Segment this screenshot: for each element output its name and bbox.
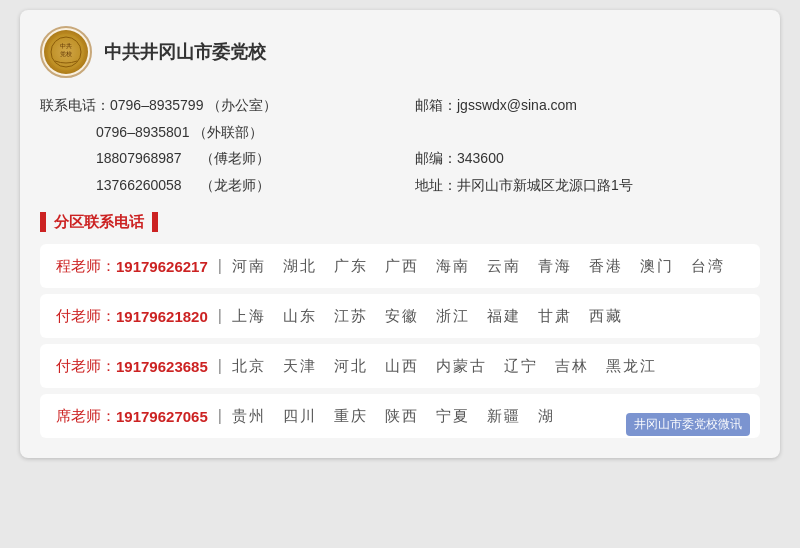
postcode-row	[415, 119, 760, 146]
teacher-1: 付老师：	[56, 307, 116, 326]
phone-2: 0796–8935801 （外联部）	[96, 124, 263, 140]
regions-2: 北京 天津 河北 山西 内蒙古 辽宁 吉林 黑龙江	[232, 357, 657, 376]
regions-3: 贵州 四川 重庆 陕西 宁夏 新疆 湖	[232, 407, 555, 426]
region-item-1: 付老师： 19179621820 | 上海 山东 江苏 安徽 浙江 福建 甘肃 …	[40, 294, 760, 338]
logo-inner: 中共 党校	[44, 30, 88, 74]
region-item-2: 付老师： 19179623685 | 北京 天津 河北 山西 内蒙古 辽宁 吉林…	[40, 344, 760, 388]
main-card: 中共 党校 中共井冈山市委党校 联系电话：0796–8935799 （办公室） …	[20, 10, 780, 458]
org-name: 中共井冈山市委党校	[104, 40, 266, 64]
section-divider: 分区联系电话	[40, 212, 760, 232]
contact-left: 联系电话：0796–8935799 （办公室） 0796–8935801 （外联…	[40, 92, 385, 198]
phone-0: 19179626217	[116, 258, 208, 275]
separator-2: |	[218, 357, 222, 375]
phone-3-val: 19179627065	[116, 408, 208, 425]
phone-row-4: 13766260058 （龙老师）	[40, 172, 385, 199]
phone-row-1: 联系电话：0796–8935799 （办公室）	[40, 92, 385, 119]
email-value: jgsswdx@sina.com	[457, 97, 577, 113]
postcode-value: 343600	[457, 150, 504, 166]
watermark-badge: 井冈山市委党校微讯	[626, 413, 750, 436]
phone-1: 19179621820	[116, 308, 208, 325]
teacher-3: 席老师：	[56, 407, 116, 426]
phone-label: 联系电话：0796–8935799 （办公室）	[40, 97, 277, 113]
contact-right: 邮箱：jgsswdx@sina.com 邮编：343600 地址：井冈山市新城区…	[415, 92, 760, 198]
region-item-0: 程老师： 19179626217 | 河南 湖北 广东 广西 海南 云南 青海 …	[40, 244, 760, 288]
region-item-3: 席老师： 19179627065 | 贵州 四川 重庆 陕西 宁夏 新疆 湖 井…	[40, 394, 760, 438]
contact-section: 联系电话：0796–8935799 （办公室） 0796–8935801 （外联…	[40, 92, 760, 198]
phone-3: 18807968987 （傅老师）	[96, 150, 270, 166]
address-value: 井冈山市新城区龙源口路1号	[457, 177, 633, 193]
phone-row-2: 0796–8935801 （外联部）	[40, 119, 385, 146]
address-label: 地址：	[415, 177, 457, 193]
divider-bar-right	[152, 212, 158, 232]
phone-2-val: 19179623685	[116, 358, 208, 375]
separator-1: |	[218, 307, 222, 325]
regions-1: 上海 山东 江苏 安徽 浙江 福建 甘肃 西藏	[232, 307, 623, 326]
phone-row-3: 18807968987 （傅老师）	[40, 145, 385, 172]
email-label: 邮箱：	[415, 97, 457, 113]
svg-text:中共: 中共	[60, 43, 72, 49]
logo: 中共 党校	[40, 26, 92, 78]
svg-text:党校: 党校	[60, 51, 72, 57]
separator-3: |	[218, 407, 222, 425]
header-section: 中共 党校 中共井冈山市委党校	[40, 26, 760, 78]
region-list: 程老师： 19179626217 | 河南 湖北 广东 广西 海南 云南 青海 …	[40, 244, 760, 438]
regions-0: 河南 湖北 广东 广西 海南 云南 青海 香港 澳门 台湾	[232, 257, 725, 276]
postcode-row2: 邮编：343600	[415, 145, 760, 172]
section-title: 分区联系电话	[50, 213, 148, 232]
separator-0: |	[218, 257, 222, 275]
email-row: 邮箱：jgsswdx@sina.com	[415, 92, 760, 119]
phone-4: 13766260058 （龙老师）	[96, 177, 270, 193]
teacher-0: 程老师：	[56, 257, 116, 276]
postcode-label: 邮编：	[415, 150, 457, 166]
teacher-2: 付老师：	[56, 357, 116, 376]
address-row: 地址：井冈山市新城区龙源口路1号	[415, 172, 760, 199]
divider-bar-left	[40, 212, 46, 232]
